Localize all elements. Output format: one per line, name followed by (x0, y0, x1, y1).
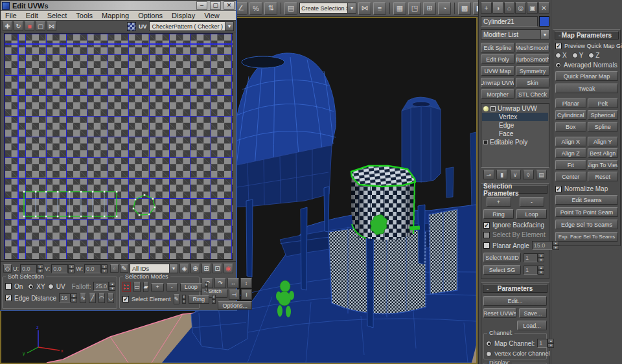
spline-button[interactable]: Spline (588, 122, 619, 131)
planar-angle-checkbox[interactable] (483, 242, 490, 249)
edge-distance-checkbox[interactable] (5, 295, 12, 301)
material-editor-icon[interactable]: ▩ (458, 2, 471, 15)
spinner-down[interactable] (68, 269, 75, 273)
zoom-to-gizmo-icon[interactable]: ◉ (224, 264, 233, 273)
edit-uvws-titlebar[interactable]: Edit UVWs – ▢ ✕ (1, 1, 236, 11)
layer-manager-icon[interactable]: ▦ (393, 2, 406, 15)
reset-uvws-button[interactable]: Reset UVWs (483, 308, 516, 318)
edge-distance-spinner[interactable]: 16 (59, 293, 77, 302)
stl-check-button[interactable]: STL Check (516, 89, 549, 99)
select-by-element-checkbox[interactable] (483, 232, 490, 238)
map-parameters-header[interactable]: Map Parameters (555, 31, 619, 40)
break-icon[interactable]: ⊣ (229, 290, 240, 300)
map-channel-value[interactable]: 1 (537, 339, 547, 348)
freeform-icon[interactable]: ▢ (36, 21, 45, 31)
cylindrical-button[interactable]: Cylindrical (555, 110, 586, 120)
falloff-smooth-icon[interactable]: ∿ (80, 293, 86, 303)
skin-button[interactable]: Skin (516, 78, 549, 87)
edge-sel-to-seams-button[interactable]: Edge Sel To Seams (555, 220, 618, 229)
spinner-down[interactable] (71, 298, 77, 302)
stack-item-face[interactable]: Face (482, 130, 548, 138)
falloff-value[interactable]: 25.0 (93, 282, 109, 291)
menu-edit[interactable]: Edit (21, 12, 43, 19)
close-button[interactable]: ✕ (224, 1, 235, 10)
center-button[interactable]: Center (555, 172, 586, 181)
minimize-button[interactable]: – (196, 1, 207, 10)
paint-select-icon[interactable]: ✎ (174, 294, 180, 304)
face-mode-button[interactable]: ▰ (143, 282, 149, 292)
spinner-up[interactable] (68, 264, 75, 269)
xy-radio[interactable] (28, 284, 34, 290)
x-radio[interactable] (555, 52, 561, 58)
collapse-icon[interactable] (490, 106, 496, 111)
rotate-cw-icon[interactable]: ↷ (214, 278, 226, 288)
texture-dropdown[interactable]: CheckerPattern ( Checker ) ▾ (149, 21, 234, 31)
symmetry-button[interactable]: Symmetry (516, 66, 549, 76)
spinner-up[interactable] (553, 241, 559, 245)
spinner-up[interactable] (538, 266, 544, 270)
tab-hierarchy[interactable]: ⌂ (504, 2, 515, 14)
edge-mode-button[interactable]: ▭ (133, 282, 141, 292)
pin-stack-icon[interactable]: ⊸ (483, 170, 494, 179)
uv-space-label[interactable]: UV (139, 23, 147, 30)
object-name-field[interactable]: Cylinder21 (481, 16, 538, 27)
u-spinner[interactable]: 0.0 (20, 264, 43, 273)
preview-gizmo-checkbox[interactable] (555, 43, 562, 49)
tab-create[interactable]: + (481, 2, 492, 14)
mirror-icon[interactable]: ⋈ (47, 21, 56, 31)
paint-shrink[interactable]: - (182, 299, 186, 304)
w-value[interactable]: 0.0 (84, 264, 101, 273)
curve-editor-icon[interactable]: ⊞ (423, 2, 436, 15)
spherical-button[interactable]: Spherical (588, 110, 619, 120)
rotate-icon[interactable]: ↻ (14, 21, 23, 31)
align-to-view-button[interactable]: Align To View (588, 160, 619, 170)
align-x-button[interactable]: Align X (555, 137, 586, 146)
loop-button[interactable]: Loop (180, 283, 202, 291)
fit-button[interactable]: Fit (555, 160, 586, 170)
spinner-up[interactable] (101, 264, 108, 269)
point-to-point-seam-button[interactable]: Point To Point Seam (555, 207, 618, 217)
planar-button[interactable]: Planar (555, 98, 586, 108)
meshsmooth-button[interactable]: MeshSmooth (516, 43, 549, 52)
named-selection-icon[interactable]: ▤ (284, 2, 297, 15)
spinner-down[interactable] (547, 343, 554, 348)
spinner-up[interactable] (547, 339, 554, 343)
stack-item-editable-poly[interactable]: Editable Poly (482, 138, 548, 146)
menu-mapping[interactable]: Mapping (97, 12, 133, 19)
dropdown-arrow-icon[interactable]: ▾ (169, 264, 178, 273)
averaged-normals-radio[interactable] (555, 62, 561, 68)
mirror-icon[interactable]: ⋈ (358, 2, 371, 15)
menu-tools[interactable]: Tools (71, 12, 97, 19)
vertex-color-radio[interactable] (486, 351, 492, 357)
tweak-button[interactable]: Tweak (555, 84, 618, 93)
spinner-down[interactable] (37, 269, 43, 273)
u-value[interactable]: 0.0 (20, 264, 37, 273)
map-channel-radio[interactable] (486, 341, 492, 347)
spinner-up[interactable] (71, 293, 77, 298)
spinner-down[interactable] (553, 245, 559, 250)
falloff-fast-icon[interactable]: ◡ (108, 293, 114, 303)
falloff-linear-icon[interactable]: ╱ (89, 293, 95, 303)
spinner-snap-icon[interactable]: ⇅ (264, 2, 277, 15)
zoom-icon[interactable]: ⊕ (190, 264, 200, 273)
z-radio[interactable] (588, 52, 594, 58)
soft-selection-on-checkbox[interactable] (5, 283, 12, 290)
best-align-button[interactable]: Best Align (588, 148, 619, 158)
graphite-icon[interactable]: ◳ (408, 2, 421, 15)
ring-button[interactable]: Ring (483, 209, 514, 219)
v-value[interactable]: 0.0 (51, 264, 68, 273)
menu-view[interactable]: View (200, 12, 224, 19)
uv-editor-canvas[interactable] (4, 33, 233, 260)
falloff-slow-icon[interactable]: ◠ (98, 293, 105, 303)
sg-value[interactable]: 1 (524, 266, 538, 275)
dropdown-arrow-icon[interactable]: ▾ (347, 3, 356, 13)
quick-planar-map-button[interactable]: Quick Planar Map (555, 71, 618, 81)
morpher-button[interactable]: Morpher (481, 89, 514, 99)
pan-icon[interactable]: ◈ (179, 264, 189, 273)
tab-motion[interactable]: ◎ (515, 2, 526, 14)
make-unique-icon[interactable]: ∨ (510, 170, 521, 179)
spinner-up[interactable] (538, 253, 544, 258)
uv-octagon-shape[interactable] (133, 194, 156, 216)
ring-grow[interactable]: + (212, 295, 216, 299)
edit-uvws-button[interactable]: Edit... (483, 296, 547, 306)
